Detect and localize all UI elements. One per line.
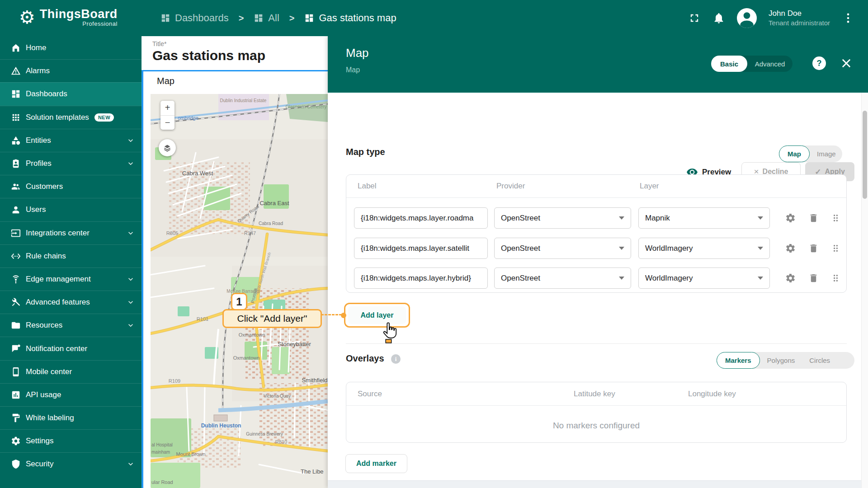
notifications-bell-icon[interactable] <box>712 12 725 24</box>
sidebar-item-edge-management[interactable]: Edge management <box>0 267 142 291</box>
provider-select[interactable]: OpenStreet <box>494 207 631 229</box>
breadcrumb-current[interactable]: Gas stations map <box>304 12 396 24</box>
zoom-out-button[interactable]: − <box>160 116 175 130</box>
drag-handle-icon <box>830 213 841 223</box>
paint-icon <box>11 413 21 423</box>
brand-name: ThingsBoard <box>40 7 118 21</box>
map-widget-title: Map <box>157 76 175 86</box>
annotation-tooltip: Click "Add layer" <box>222 309 322 328</box>
chevron-down-icon <box>758 277 763 280</box>
chart-icon <box>11 390 21 400</box>
layer-row: {i18n:widgets.maps.layer.satellit OpenSt… <box>346 238 846 259</box>
sidebar-item-mobile-center[interactable]: Mobile center <box>0 360 142 383</box>
basic-advanced-toggle: Basic Advanced <box>711 56 793 72</box>
sidebar-item-integrations-center[interactable]: Integrations center <box>0 221 142 244</box>
map-type-heading: Map type <box>346 147 385 157</box>
layer-delete-button[interactable] <box>804 239 822 257</box>
section-divider <box>346 343 847 344</box>
svg-text:Mount Brown: Mount Brown <box>176 451 206 457</box>
panel-subtitle: Map <box>346 66 360 74</box>
sidebar-item-alarms[interactable]: Alarms <box>0 59 142 82</box>
layer-settings-button[interactable] <box>781 239 799 257</box>
help-button[interactable]: ? <box>812 56 826 70</box>
map-tab[interactable]: Map <box>779 145 810 162</box>
annotation-step-badge: 1 <box>231 293 247 310</box>
provider-select[interactable]: OpenStreet <box>494 267 631 289</box>
sidebar-item-resources[interactable]: Resources <box>0 314 142 337</box>
column-label: Label <box>358 182 377 191</box>
breadcrumb-all[interactable]: All <box>254 12 279 24</box>
sidebar-item-home[interactable]: Home <box>0 36 142 59</box>
layer-delete-button[interactable] <box>804 209 822 227</box>
gear-icon <box>785 213 796 223</box>
map-layers-button[interactable] <box>159 139 176 156</box>
user-name: John Doe <box>769 9 830 19</box>
svg-text:al Hospital: al Hospital <box>151 442 173 447</box>
close-icon <box>840 57 853 70</box>
sidebar-item-customers[interactable]: Customers <box>0 175 142 198</box>
sidebar-item-profiles[interactable]: Profiles <box>0 152 142 175</box>
breadcrumb-dashboards[interactable]: Dashboards <box>160 12 229 24</box>
layer-select[interactable]: Mapnik <box>638 207 770 229</box>
svg-text:R109: R109 <box>169 378 180 384</box>
markers-tab[interactable]: Markers <box>717 352 760 369</box>
sidebar-item-notification-center[interactable]: Notification center <box>0 337 142 360</box>
advanced-tab[interactable]: Advanced <box>747 60 793 68</box>
svg-text:R810: R810 <box>275 439 287 445</box>
sidebar-item-settings[interactable]: Settings <box>0 429 142 452</box>
fullscreen-icon[interactable] <box>688 12 701 24</box>
sidebar-item-advanced-features[interactable]: Advanced features <box>0 291 142 314</box>
close-panel-button[interactable] <box>840 57 853 70</box>
layer-select[interactable]: WorldImagery <box>638 238 770 259</box>
layer-label-input[interactable]: {i18n:widgets.maps.layer.roadma <box>354 207 488 229</box>
thingsboard-bug-icon: ⚙ <box>19 6 35 28</box>
layer-drag-handle[interactable] <box>826 209 844 227</box>
layer-delete-button[interactable] <box>804 269 822 287</box>
folder-icon <box>11 320 21 330</box>
brand-logo[interactable]: ⚙ ThingsBoard Professional <box>19 6 118 28</box>
sidebar-item-white-labeling[interactable]: White labeling <box>0 406 142 429</box>
basic-tab[interactable]: Basic <box>711 56 747 72</box>
circles-tab[interactable]: Circles <box>802 357 837 364</box>
dashboard-title-input[interactable]: Gas stations map <box>152 48 265 63</box>
scrollbar-thumb[interactable] <box>863 111 867 199</box>
layer-settings-button[interactable] <box>781 269 799 287</box>
sidebar-item-rule-chains[interactable]: Rule chains <box>0 244 142 267</box>
user-info[interactable]: John Doe Tenant administrator <box>769 9 830 28</box>
warning-icon <box>11 66 21 76</box>
sidebar-item-security[interactable]: Security <box>0 452 142 475</box>
top-header: ⚙ ThingsBoard Professional Dashboards > … <box>0 0 868 36</box>
map-canvas[interactable]: Dublin Industrial Estate Glasnevin Cemet… <box>151 94 328 488</box>
chevron-down-icon <box>619 277 624 280</box>
drag-handle-icon <box>830 243 841 253</box>
layer-label-input[interactable]: {i18n:widgets.maps.layer.hybrid} <box>354 267 488 289</box>
layer-drag-handle[interactable] <box>826 239 844 257</box>
map-image-toggle: Map Image <box>779 145 842 162</box>
sidebar-item-dashboards[interactable]: Dashboards <box>0 82 142 105</box>
hand-cursor-icon <box>381 322 398 344</box>
panel-scrollbar <box>861 93 868 488</box>
zoom-in-button[interactable]: + <box>160 101 175 116</box>
user-avatar[interactable] <box>737 8 757 28</box>
layer-label-input[interactable]: {i18n:widgets.maps.layer.satellit <box>354 238 488 259</box>
sidebar-item-entities[interactable]: Entities <box>0 129 142 152</box>
polygons-tab[interactable]: Polygons <box>760 357 802 364</box>
layer-settings-button[interactable] <box>781 209 799 227</box>
panel-actions: Preview ×Decline ✓Apply <box>328 93 868 138</box>
widget-selection-border <box>142 70 143 488</box>
sidebar-item-api-usage[interactable]: API usage <box>0 383 142 406</box>
sidebar-item-solution-templates[interactable]: Solution templates NEW <box>0 106 142 129</box>
more-vert-icon[interactable] <box>842 12 854 24</box>
add-marker-button[interactable]: Add marker <box>345 454 407 473</box>
layer-select[interactable]: WorldImagery <box>638 267 770 289</box>
chevron-down-icon <box>126 460 135 469</box>
layer-drag-handle[interactable] <box>826 269 844 287</box>
dashboards-icon <box>304 13 314 23</box>
provider-select[interactable]: OpenStreet <box>494 238 631 259</box>
column-latitude-key: Latitude key <box>574 389 615 399</box>
sidebar-item-users[interactable]: Users <box>0 198 142 221</box>
svg-text:Dublin Industrial Estate: Dublin Industrial Estate <box>220 98 267 103</box>
chevron-down-icon <box>126 159 135 168</box>
image-tab[interactable]: Image <box>810 150 843 158</box>
chevron-down-icon <box>619 247 624 250</box>
